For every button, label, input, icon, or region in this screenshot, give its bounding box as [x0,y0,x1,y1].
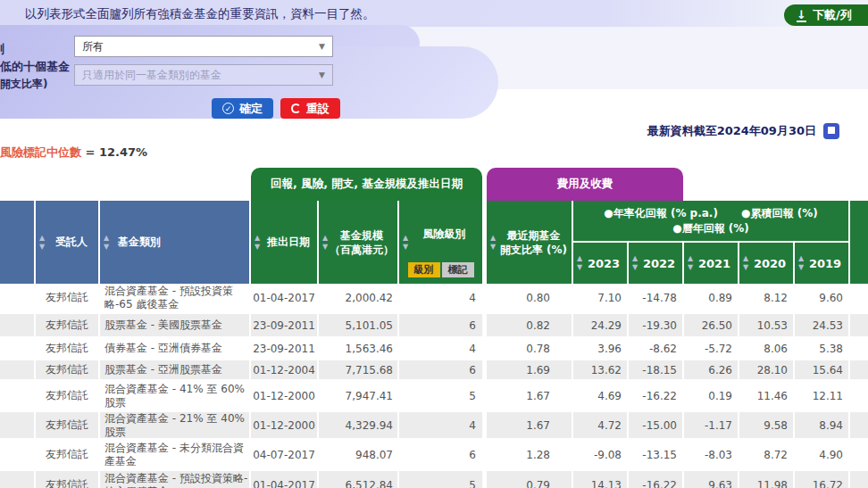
table-body: 友邦信託混合資產基金 - 預設投資策略-65 歲後基金01-04-20172,0… [0,284,868,488]
option-annualized-return[interactable]: ●年率化回報 (% p.a.) [604,207,718,219]
sort-arrows-icon[interactable]: ▲▼ [688,255,693,271]
sort-arrows-icon[interactable]: ▲▼ [39,235,45,251]
cell-risk: 6 [399,441,482,468]
funds-table: 回報, 風險, 開支, 基金規模及推出日期 費用及收費 ▲▼ 受託人 ▲▼ 基金… [0,168,868,488]
check-circle-icon: ✓ [222,103,234,114]
cell-return: 24.53 [795,314,848,336]
cell-return: 12.11 [795,382,848,409]
cell-fund-class: 混合資產基金 - 21% 至 40% 股票 [100,412,249,438]
reset-label: 重設 [306,101,330,117]
sort-arrows-icon[interactable]: ▲▼ [255,235,260,251]
table-row: 友邦信託混合資產基金 - 未分類混合資產基金04-07-2017948.0761… [0,441,868,471]
cell-return: 0.19 [684,382,738,409]
cell-expense: 0.80 [487,284,572,311]
cell-risk: 6 [399,314,482,336]
reset-button[interactable]: 重設 [280,98,340,119]
expense-ratio-label: 開支比率) [0,77,47,92]
header-year-2022[interactable]: ▲▼ 2022 [629,243,682,284]
cell-return: 9.58 [739,412,793,438]
cell-return: 8.72 [739,441,793,468]
chevron-down-icon: ▼ [319,42,325,51]
header-year-2020[interactable]: ▲▼ 2020 [739,243,793,284]
sort-arrows-icon[interactable]: ▲▼ [104,235,109,251]
data-as-of: 最新資料截至2024年09月30日 [647,123,839,139]
top-ten-funds-label: 低的十個基金 [0,59,70,75]
cell-fund-size: 2,000.42 [319,284,397,311]
cell-partial [850,471,868,488]
header-year-2023[interactable]: ▲▼ 2023 [573,243,627,284]
confirm-label: 確定 [239,101,263,117]
return-type-options: ●年率化回報 (% p.a.) ●累積回報 (%) ●曆年回報 (%) [573,201,848,241]
cell-return: 5.38 [795,339,848,358]
cell-launch-date: 01-12-2004 [251,360,317,379]
sort-arrows-icon[interactable]: ▲▼ [322,235,328,251]
table-row: 友邦信託混合資產基金 - 預設投資策略-核心累積基金01-04-20176,51… [0,471,868,488]
cell-empty [0,382,34,409]
header-trustee[interactable]: ▲▼ 受託人 [36,201,98,284]
sort-arrows-icon[interactable]: ▲▼ [403,235,408,251]
cell-partial [850,412,868,438]
cell-launch-date: 01-12-2000 [251,382,317,409]
cell-return: 13.62 [573,360,627,379]
sort-arrows-icon[interactable]: ▲▼ [490,235,496,251]
header-fund-size[interactable]: ▲▼ 基金規模 （百萬港元） [319,201,397,284]
sort-arrows-icon[interactable]: ▲▼ [743,255,748,271]
cell-empty [0,412,34,438]
cell-expense: 0.79 [487,471,572,488]
banner-text: 以列表形式全面臚列所有強積金基金的重要資訊，資料一目了然。 [25,0,375,27]
table-row: 友邦信託混合資產基金 - 21% 至 40% 股票01-12-20004,329… [0,412,868,441]
option-calendar-year-return[interactable]: ●曆年回報 (%) [672,222,749,235]
cell-return: 16.72 [795,471,848,488]
cell-empty [0,314,34,336]
header-partial-column [850,201,868,284]
cell-fund-size: 7,715.68 [319,360,397,379]
cell-empty [0,284,34,311]
cell-launch-date: 23-09-2011 [251,339,317,358]
chevron-down-icon: ▼ [319,70,325,79]
as-of-text: 最新資料截至2024年09月30日 [647,123,816,139]
same-class-dropdown-disabled[interactable]: 只適用於同一基金類別的基金 ▼ [74,64,333,86]
print-document-icon[interactable] [823,123,839,139]
cell-partial [850,284,868,311]
cell-fund-size: 948.07 [319,441,397,468]
header-year-2019[interactable]: ▲▼ 2019 [795,243,848,284]
download-print-button[interactable]: ↓ 下載/列 [784,4,868,26]
cell-return: -19.30 [629,314,682,336]
header-launch-date[interactable]: ▲▼ 推出日期 [251,201,317,284]
cell-launch-date: 04-07-2017 [251,441,317,468]
cell-return: 9.60 [795,284,848,311]
cell-fund-size: 4,329.94 [319,412,397,438]
cell-launch-date: 01-04-2017 [251,471,317,488]
header-expense-ratio[interactable]: ▲▼ 最近期基金 開支比率 (%) [487,201,572,284]
cell-return: -1.17 [684,412,738,438]
option-cumulative-return[interactable]: ●累積回報 (%) [741,207,818,219]
table-row: 友邦信託股票基金 - 亞洲股票基金01-12-20047,715.6861.69… [0,360,868,382]
cell-trustee: 友邦信託 [36,360,98,379]
cell-expense: 0.82 [487,314,572,336]
toggle-mark[interactable]: 標記 [442,262,474,277]
confirm-button[interactable]: ✓ 確定 [212,98,273,119]
cell-partial [850,339,868,358]
top-banner: 以列表形式全面臚列所有強積金基金的重要資訊，資料一目了然。 [0,0,868,27]
header-empty [0,201,34,284]
fund-type-dropdown[interactable]: 所有 ▼ [74,36,333,57]
cell-return: 10.53 [739,314,793,336]
cell-empty [0,339,34,358]
sort-arrows-icon[interactable]: ▲▼ [577,255,582,271]
sort-arrows-icon[interactable]: ▲▼ [632,255,638,271]
cell-launch-date: 01-04-2017 [251,284,317,311]
cell-expense: 1.67 [487,382,572,409]
cell-return: -5.72 [684,339,738,358]
cell-fund-class: 混合資產基金 - 預設投資策略-65 歲後基金 [100,284,249,311]
cell-expense: 1.69 [487,360,572,379]
header-risk-class[interactable]: ▲▼ 風險級別 級別 標記 [399,201,482,284]
cell-partial [850,382,868,409]
toggle-level[interactable]: 級別 [408,262,440,277]
header-year-2021[interactable]: ▲▼ 2021 [684,243,738,284]
cell-empty [0,441,34,468]
table-row: 友邦信託混合資產基金 - 預設投資策略-65 歲後基金01-04-20172,0… [0,284,868,314]
sort-arrows-icon[interactable]: ▲▼ [798,255,804,271]
cell-launch-date: 23-09-2011 [251,314,317,336]
header-fund-class[interactable]: ▲▼ 基金類別 [100,201,249,284]
cell-partial [850,441,868,468]
